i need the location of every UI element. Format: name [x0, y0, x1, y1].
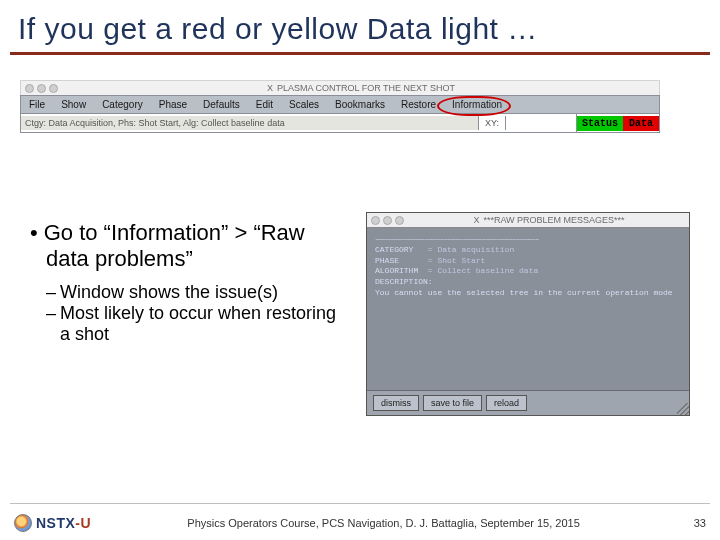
reload-button[interactable]: reload: [486, 395, 527, 411]
popup-button-bar: dismiss save to file reload: [367, 390, 689, 415]
popup-title: X***RAW PROBLEM MESSAGES***: [413, 215, 685, 225]
popup-row-phase: PHASE = Shot Start: [375, 256, 681, 267]
menu-phase[interactable]: Phase: [151, 96, 195, 113]
xy-readout: [506, 114, 577, 132]
menu-category[interactable]: Category: [94, 96, 151, 113]
bullet-main: •Go to “Information” > “Raw data problem…: [30, 220, 350, 272]
slide-title: If you get a red or yellow Data light …: [0, 0, 720, 52]
logo-text-nstx: NSTX: [36, 515, 75, 531]
menu-show[interactable]: Show: [53, 96, 94, 113]
xy-label: XY:: [479, 116, 506, 130]
footer-center-text: Physics Operators Course, PCS Navigation…: [91, 517, 676, 529]
dash-icon: –: [46, 303, 60, 323]
popup-body: ––––––––––––––––––––––––––––––––––––––––…: [367, 228, 689, 390]
traffic-light-icon: [49, 84, 58, 93]
page-number: 33: [676, 517, 706, 529]
raw-problem-window: X***RAW PROBLEM MESSAGES*** ––––––––––––…: [366, 212, 690, 416]
dismiss-button[interactable]: dismiss: [373, 395, 419, 411]
popup-titlebar: X***RAW PROBLEM MESSAGES***: [367, 213, 689, 228]
data-indicator: Data: [623, 116, 659, 131]
logo-text-u: -U: [75, 515, 91, 531]
bullet-sub: –Window shows the issue(s): [30, 282, 350, 303]
traffic-light-icon: [383, 216, 392, 225]
traffic-light-icon: [395, 216, 404, 225]
bullet-dot-icon: •: [30, 220, 44, 245]
plasma-control-window: XPLASMA CONTROL FOR THE NEXT SHOT File S…: [20, 80, 660, 133]
traffic-light-icon: [37, 84, 46, 93]
popup-row-category: CATEGORY = Data acquisition: [375, 245, 681, 256]
traffic-light-icon: [371, 216, 380, 225]
popup-desc-text: You cannot use the selected tree in the …: [375, 288, 681, 299]
menu-file[interactable]: File: [21, 96, 53, 113]
separator-line: ––––––––––––––––––––––––––––––––––––––––…: [375, 234, 681, 245]
menu-information[interactable]: Information: [444, 96, 510, 113]
x11-icon: X: [473, 215, 479, 225]
bullet-sub: –Most likely to occur when restoring a s…: [30, 303, 350, 345]
traffic-light-icon: [25, 84, 34, 93]
title-underline: [10, 52, 710, 55]
menu-bar: File Show Category Phase Defaults Edit S…: [20, 95, 660, 114]
slide-footer: NSTX-U Physics Operators Course, PCS Nav…: [0, 506, 720, 540]
bullet-list: •Go to “Information” > “Raw data problem…: [30, 220, 350, 345]
nstx-u-logo: NSTX-U: [14, 514, 91, 532]
resize-handle-icon[interactable]: [677, 403, 689, 415]
menu-bookmarks[interactable]: Bookmarks: [327, 96, 393, 113]
status-bar: Ctgy: Data Acquisition, Phs: Shot Start,…: [20, 114, 660, 133]
logo-disc-icon: [14, 514, 32, 532]
menu-edit[interactable]: Edit: [248, 96, 281, 113]
dash-icon: –: [46, 282, 60, 302]
popup-desc-label: DESCRIPTION:: [375, 277, 681, 288]
status-path-readout: Ctgy: Data Acquisition, Phs: Shot Start,…: [21, 116, 479, 130]
footer-separator: [10, 503, 710, 504]
x11-icon: X: [267, 83, 273, 93]
popup-row-algorithm: ALGORITHM = Collect baseline data: [375, 266, 681, 277]
window-titlebar: XPLASMA CONTROL FOR THE NEXT SHOT: [20, 80, 660, 95]
save-to-file-button[interactable]: save to file: [423, 395, 482, 411]
status-indicator: Status: [577, 116, 623, 131]
menu-scales[interactable]: Scales: [281, 96, 327, 113]
menu-defaults[interactable]: Defaults: [195, 96, 248, 113]
window-title: XPLASMA CONTROL FOR THE NEXT SHOT: [67, 83, 655, 93]
menu-restore[interactable]: Restore: [393, 96, 444, 113]
